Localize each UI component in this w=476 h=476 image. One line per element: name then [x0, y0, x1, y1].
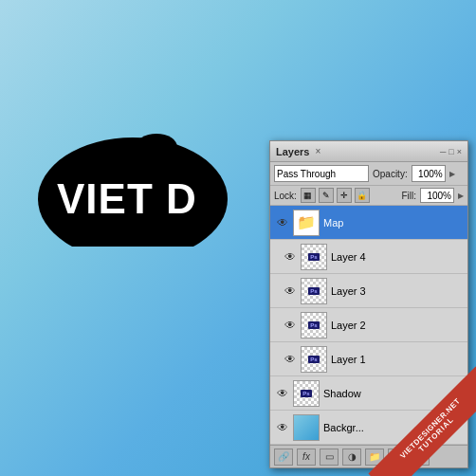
lock-all-icon: 🔒 — [357, 191, 367, 200]
maximize-icon[interactable]: □ — [449, 147, 453, 156]
panel-controls: ─ □ × — [440, 147, 462, 156]
ps-badge: Ps — [308, 321, 319, 329]
layer-name: Shadow — [323, 388, 464, 399]
visibility-icon: 👁 — [277, 421, 288, 434]
eye-icon[interactable]: 👁 — [282, 283, 299, 300]
layer-name: Layer 3 — [331, 285, 464, 297]
close-icon[interactable]: × — [457, 147, 462, 156]
fill-label: Fill: — [401, 191, 416, 201]
visibility-icon: 👁 — [277, 387, 288, 400]
layer-thumbnail — [293, 414, 320, 441]
layer-thumbnail: Ps — [301, 346, 327, 373]
minimize-icon[interactable]: ─ — [440, 147, 446, 156]
panel-close-label: × — [315, 146, 320, 156]
lock-image-icon: ✎ — [322, 191, 330, 200]
layer-name: Layer 4 — [331, 251, 464, 263]
ps-badge: Ps — [308, 287, 319, 295]
lock-row: Lock: ▦ ✎ ✛ 🔒 Fill: ▶ — [270, 186, 467, 206]
lock-transparent-btn[interactable]: ▦ — [301, 188, 316, 203]
eye-icon[interactable]: 👁 — [282, 317, 299, 334]
layer-thumbnail: Ps — [301, 244, 327, 270]
blend-mode-select[interactable]: Pass Through Normal Multiply Screen Over… — [274, 165, 369, 182]
lock-label: Lock: — [274, 191, 297, 201]
svg-text:VIET D: VIET D — [57, 175, 197, 222]
opacity-input[interactable] — [412, 165, 446, 182]
lock-icons: ▦ ✎ ✛ 🔒 — [301, 188, 370, 203]
visibility-icon: 👁 — [284, 250, 296, 264]
fill-arrow-icon[interactable]: ▶ — [458, 192, 464, 200]
panel-title-left: Layers × — [276, 146, 320, 157]
ps-icon: Ps — [294, 381, 319, 406]
lock-image-btn[interactable]: ✎ — [319, 188, 334, 203]
layer-name: Layer 1 — [331, 354, 464, 365]
blend-opacity-row: Pass Through Normal Multiply Screen Over… — [270, 162, 467, 186]
fx-btn[interactable]: fx — [297, 449, 316, 466]
lock-position-icon: ✛ — [340, 191, 348, 200]
layer-thumbnail: Ps — [301, 312, 327, 339]
panel-titlebar: Layers × ─ □ × — [270, 141, 467, 162]
group-btn[interactable]: 📁 — [365, 449, 384, 466]
layer-thumbnail: Ps — [293, 380, 320, 407]
visibility-icon: 👁 — [284, 284, 296, 298]
new-layer-btn[interactable]: + — [388, 449, 407, 466]
eye-icon[interactable]: 👁 — [274, 419, 291, 436]
ps-icon: Ps — [302, 313, 326, 338]
folder-icon: 📁 — [297, 213, 316, 231]
layer-name: Map — [323, 217, 464, 229]
layer-item[interactable]: 👁 📁 Map — [270, 206, 467, 240]
opacity-label: Opacity: — [373, 169, 408, 179]
ps-badge: Ps — [308, 356, 319, 363]
delete-layer-btn[interactable]: 🗑 — [411, 449, 430, 466]
layer-name: Layer 2 — [331, 320, 464, 331]
opacity-arrow-icon[interactable]: ▶ — [449, 170, 455, 178]
layers-list[interactable]: 👁 📁 Map 👁 Ps Layer 4 👁 — [270, 206, 467, 445]
visibility-icon: 👁 — [284, 353, 296, 366]
layer-thumbnail: 📁 — [293, 210, 320, 236]
layer-name: Backgr... — [323, 422, 464, 433]
layer-thumbnail: Ps — [301, 278, 327, 304]
layers-panel: Layers × ─ □ × Pass Through Normal Multi… — [269, 140, 468, 468]
layers-bottom-toolbar: 🔗 fx ▭ ◑ 📁 + 🗑 — [270, 445, 467, 467]
ps-icon: Ps — [302, 279, 326, 303]
layer-item[interactable]: 👁 Ps Shadow — [270, 376, 467, 411]
ps-icon: Ps — [302, 245, 326, 269]
background-thumbnail — [294, 415, 319, 440]
link-layers-btn[interactable]: 🔗 — [274, 449, 293, 466]
mask-btn[interactable]: ▭ — [320, 449, 339, 466]
logo-area: VIET D — [28, 95, 275, 249]
visibility-icon: 👁 — [277, 216, 288, 229]
adjustment-btn[interactable]: ◑ — [342, 449, 361, 466]
layer-item[interactable]: 👁 Backgr... — [270, 411, 467, 445]
visibility-icon: 👁 — [284, 319, 296, 332]
blend-mode-wrapper: Pass Through Normal Multiply Screen Over… — [274, 165, 369, 182]
ps-icon: Ps — [302, 347, 326, 372]
panel-title: Layers — [276, 146, 309, 157]
fill-input[interactable] — [420, 188, 454, 203]
eye-icon[interactable]: 👁 — [282, 248, 299, 265]
eye-icon[interactable]: 👁 — [282, 351, 299, 368]
ps-badge: Ps — [308, 253, 319, 261]
eye-icon[interactable]: 👁 — [274, 214, 291, 231]
layer-item[interactable]: 👁 Ps Layer 2 — [270, 308, 467, 342]
svg-point-1 — [136, 134, 177, 160]
lock-transparent-icon: ▦ — [303, 191, 312, 200]
lock-position-btn[interactable]: ✛ — [337, 188, 352, 203]
eye-icon[interactable]: 👁 — [274, 385, 291, 402]
layer-item[interactable]: 👁 Ps Layer 1 — [270, 342, 467, 376]
ps-badge: Ps — [301, 390, 311, 397]
lock-all-btn[interactable]: 🔒 — [355, 188, 370, 203]
layer-item[interactable]: 👁 Ps Layer 3 — [270, 274, 467, 308]
layer-item[interactable]: 👁 Ps Layer 4 — [270, 240, 467, 274]
